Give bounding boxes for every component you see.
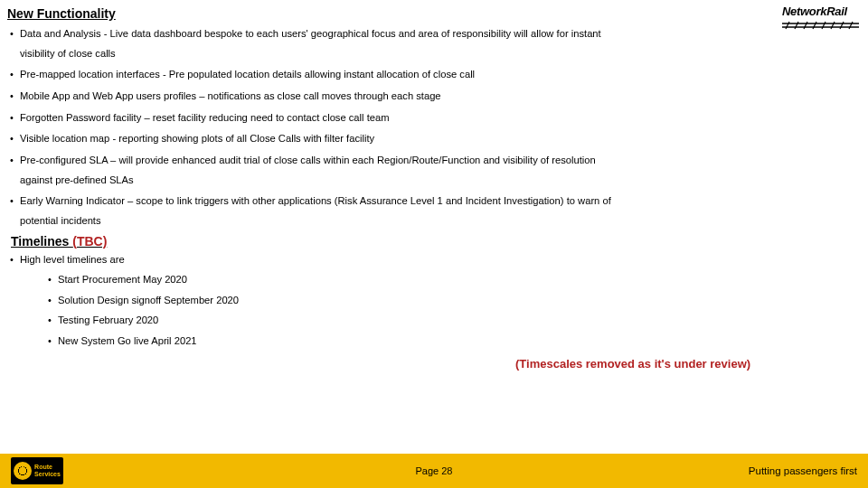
list-item: Data and Analysis - Live data dashboard … [7,23,861,64]
review-note: (Timescales removed as it's under review… [515,357,750,371]
list-item: Pre-configured SLA – will provide enhanc… [7,150,861,191]
footer-bar: Route Services Page 28 Putting passenger… [0,454,868,488]
footer-tagline: Putting passengers first [749,465,857,476]
list-item: Visible location map - reporting showing… [7,128,861,150]
timelines-sublist: Start Procurement May 2020 Solution Desi… [20,269,861,351]
list-item: Solution Design signoff September 2020 [45,290,861,311]
route-services-badge: Route Services [11,457,63,484]
timelines-heading: Timelines (TBC) [11,234,868,249]
timelines-heading-main: Timelines [11,234,72,249]
list-item: Mobile App and Web App users profiles – … [7,86,861,108]
header: New Functionality [0,0,868,22]
page-title: New Functionality [7,6,116,21]
logo-text: NetworkRail [782,5,859,17]
functionality-list: Data and Analysis - Live data dashboard … [0,23,868,232]
list-item: Start Procurement May 2020 [45,269,861,290]
timelines-intro: High level timelines are [20,254,125,265]
timelines-list: High level timelines are Start Procureme… [0,250,868,354]
footer-left: Route Services [11,457,63,484]
list-item: Early Warning Indicator – scope to link … [7,191,861,231]
list-item: New System Go live April 2021 [45,331,861,352]
list-item: Testing February 2020 [45,310,861,331]
gear-map-icon [14,462,32,480]
list-item: Forgotten Password facility – reset faci… [7,108,861,129]
list-item: High level timelines are Start Procureme… [7,250,861,354]
list-item: Pre-mapped location interfaces - Pre pop… [7,64,861,86]
timelines-heading-tbc: (TBC) [72,234,107,249]
page-number: Page 28 [416,465,453,476]
badge-text: Route Services [34,464,61,478]
slide: NetworkRail New Functionality Data and A… [0,0,868,488]
